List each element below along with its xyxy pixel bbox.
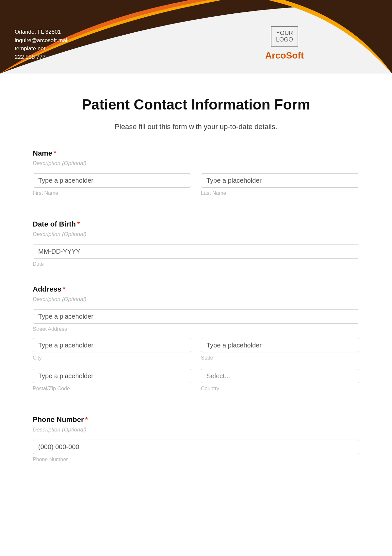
required-asterisk: *: [77, 220, 80, 228]
phone-sublabel: Phone Number: [33, 457, 359, 463]
header-website: template.net: [15, 44, 69, 53]
page-title: Patient Contact Information Form: [33, 96, 359, 113]
phone-description: Description (Optional): [33, 427, 359, 433]
name-description: Description (Optional): [33, 160, 359, 167]
dob-sublabel: Date: [33, 261, 359, 267]
form-container: Patient Contact Information Form Please …: [0, 74, 392, 494]
name-label: Name*: [33, 149, 359, 158]
required-asterisk: *: [85, 415, 88, 424]
phone-label: Phone Number*: [33, 415, 359, 424]
postal-input[interactable]: [33, 369, 191, 383]
page-subtitle: Please fill out this form with your up-t…: [33, 123, 359, 131]
dob-description: Description (Optional): [33, 231, 359, 238]
last-name-sublabel: Last Name: [201, 190, 359, 196]
required-asterisk: *: [63, 285, 66, 293]
logo-placeholder: YOUR LOGO: [271, 26, 298, 47]
dob-label: Date of Birth*: [33, 220, 359, 228]
dob-input[interactable]: [33, 244, 359, 259]
street-input[interactable]: [33, 309, 359, 324]
required-asterisk: *: [54, 149, 57, 157]
header-phone: 222 555 777: [15, 53, 69, 61]
section-phone: Phone Number* Description (Optional) Pho…: [33, 415, 359, 463]
address-description: Description (Optional): [33, 296, 359, 303]
brand-name: ArcoSoft: [265, 50, 304, 61]
state-sublabel: State: [201, 355, 359, 361]
first-name-input[interactable]: [33, 173, 191, 188]
section-name: Name* Description (Optional) First Name …: [33, 149, 359, 202]
state-input[interactable]: [201, 338, 359, 352]
street-sublabel: Street Address: [33, 326, 359, 332]
section-address: Address* Description (Optional) Street A…: [33, 285, 359, 397]
city-sublabel: City: [33, 355, 191, 361]
last-name-input[interactable]: [201, 173, 359, 188]
first-name-sublabel: First Name: [33, 190, 191, 196]
letterhead-header: Orlando, FL 32801 inquire@arcosoft.mail …: [0, 0, 392, 74]
company-contact-block: Orlando, FL 32801 inquire@arcosoft.mail …: [15, 28, 69, 61]
header-address: Orlando, FL 32801: [15, 28, 69, 36]
country-select[interactable]: Select...: [201, 369, 359, 383]
country-sublabel: Country: [201, 386, 359, 392]
address-label: Address*: [33, 285, 359, 294]
phone-input[interactable]: [33, 440, 359, 454]
city-input[interactable]: [33, 338, 191, 352]
header-email: inquire@arcosoft.mail: [15, 36, 69, 45]
postal-sublabel: Postal/Zip Code: [33, 386, 191, 392]
section-dob: Date of Birth* Description (Optional) Da…: [33, 220, 359, 267]
logo-area: YOUR LOGO ArcoSoft: [265, 26, 304, 61]
